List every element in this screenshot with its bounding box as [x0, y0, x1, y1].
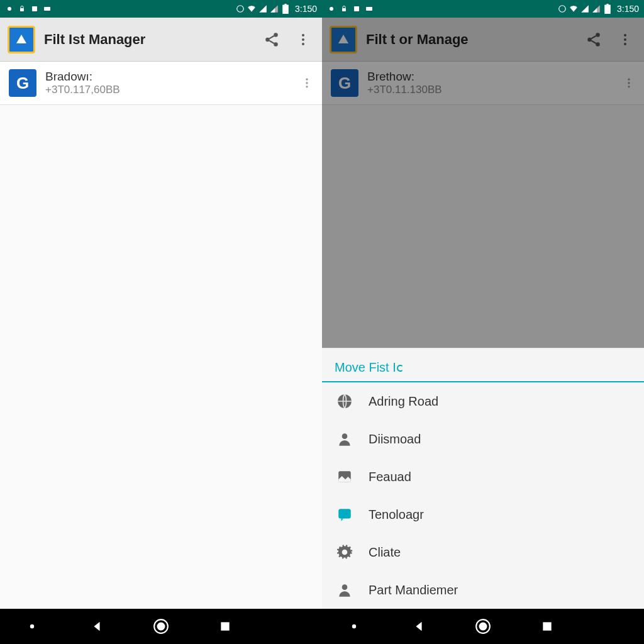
file-type-icon: G [331, 69, 358, 97]
chat-icon [336, 506, 353, 523]
svg-rect-22 [354, 6, 359, 11]
svg-point-24 [559, 6, 566, 13]
status-card-icon [365, 4, 374, 13]
svg-rect-19 [221, 622, 230, 630]
svg-point-0 [8, 7, 11, 11]
app-title: Filt Ist Manager [44, 31, 252, 48]
app-bar: Filt Ist Manager [0, 18, 322, 62]
overflow-menu-button[interactable] [614, 28, 636, 51]
svg-rect-44 [543, 622, 552, 630]
sheet-item-label: Part Mandiemer [369, 583, 458, 597]
svg-point-18 [158, 623, 165, 630]
app-bar: Filt t or Manage [322, 18, 644, 62]
status-lock-icon [340, 4, 348, 13]
svg-rect-2 [32, 6, 37, 11]
nav-home-button[interactable] [148, 614, 174, 639]
right-phone: 3:150 Filt t or Manage G Brethow: +3T0.1… [322, 0, 644, 644]
status-time: 3:150 [295, 4, 317, 14]
wifi-icon [247, 4, 256, 13]
svg-point-15 [306, 86, 308, 87]
signal-icon [258, 4, 267, 13]
battery-icon [603, 4, 612, 13]
status-bar: 3:150 [322, 0, 644, 18]
file-subtitle: +3T0.117,60BB [45, 84, 292, 96]
bottom-sheet: Move Fist Iϲ Adring Road Diismoad Feauad… [322, 348, 644, 609]
sheet-item-label: Feauad [369, 470, 411, 484]
signal-icon [580, 4, 589, 13]
svg-point-20 [330, 7, 333, 11]
svg-point-33 [628, 79, 630, 80]
nav-extra[interactable] [277, 614, 303, 639]
file-item[interactable]: G Bradowı: +3T0.117,60BB [0, 62, 322, 105]
file-subtitle: +3T0.11.130BB [367, 84, 614, 96]
status-card-icon [43, 4, 52, 13]
share-button[interactable] [260, 28, 283, 51]
nav-back-button[interactable] [406, 614, 431, 639]
svg-point-34 [628, 82, 630, 84]
svg-point-9 [274, 42, 278, 47]
svg-point-28 [587, 37, 592, 42]
app-title: Filt t or Manage [366, 31, 574, 48]
status-badge-icon [236, 4, 245, 13]
file-type-icon: G [9, 69, 36, 97]
nav-home-button[interactable] [470, 614, 496, 639]
status-notif-icon [327, 4, 336, 13]
svg-point-30 [624, 34, 626, 36]
svg-point-41 [352, 625, 356, 628]
file-title: Brethow: [367, 70, 614, 84]
nav-extra[interactable] [599, 614, 625, 639]
status-time: 3:150 [617, 4, 639, 14]
svg-point-11 [302, 38, 304, 41]
nav-recent-button[interactable] [535, 614, 560, 639]
svg-rect-1 [20, 8, 24, 11]
svg-rect-3 [44, 7, 50, 11]
sheet-item-cliate[interactable]: Cliate [322, 533, 644, 571]
sheet-title: Move Fist Iϲ [322, 348, 644, 382]
nav-recent-button[interactable] [213, 614, 238, 639]
overflow-menu-button[interactable] [292, 28, 314, 51]
svg-point-16 [30, 625, 34, 628]
file-title: Bradowı: [45, 70, 292, 84]
svg-point-32 [624, 43, 626, 45]
svg-point-43 [480, 623, 487, 630]
nav-back-button[interactable] [84, 614, 109, 639]
svg-point-12 [302, 43, 304, 45]
status-box-icon [30, 4, 39, 13]
svg-rect-6 [284, 4, 286, 5]
nav-bar [0, 609, 322, 644]
nav-dot[interactable] [341, 614, 367, 639]
globe-icon [336, 392, 353, 410]
share-button[interactable] [582, 28, 605, 51]
sheet-item-part-mandiemer[interactable]: Part Mandiemer [322, 571, 644, 609]
nav-dot[interactable] [19, 614, 45, 639]
sheet-item-tenoloagr[interactable]: Tenoloagr [322, 496, 644, 533]
status-notif-icon [5, 4, 14, 13]
svg-point-4 [237, 6, 244, 13]
svg-point-13 [306, 79, 308, 80]
svg-rect-21 [342, 8, 346, 11]
app-logo-icon [8, 26, 35, 53]
battery-icon [281, 4, 290, 13]
person-icon [336, 581, 353, 599]
sheet-item-label: Tenoloagr [369, 508, 424, 522]
sheet-item-label: Diismoad [369, 432, 421, 447]
person-icon [336, 430, 353, 448]
sheet-item-diismoad[interactable]: Diismoad [322, 420, 644, 458]
sheet-item-label: Adring Road [369, 394, 438, 409]
svg-point-31 [624, 38, 626, 41]
sheet-item-label: Cliate [369, 545, 401, 560]
content-area [0, 105, 322, 609]
item-menu-button[interactable] [623, 77, 635, 89]
image-icon [336, 468, 353, 486]
svg-point-37 [342, 433, 348, 439]
sheet-item-adring-road[interactable]: Adring Road [322, 382, 644, 420]
gear-icon [336, 543, 353, 561]
file-item[interactable]: G Brethow: +3T0.11.130BB [322, 62, 644, 105]
svg-point-35 [628, 86, 630, 87]
svg-point-7 [274, 33, 278, 37]
svg-rect-23 [366, 7, 372, 11]
item-menu-button[interactable] [301, 77, 313, 89]
svg-point-40 [342, 584, 348, 590]
svg-rect-26 [606, 4, 608, 5]
sheet-item-feauad[interactable]: Feauad [322, 458, 644, 496]
